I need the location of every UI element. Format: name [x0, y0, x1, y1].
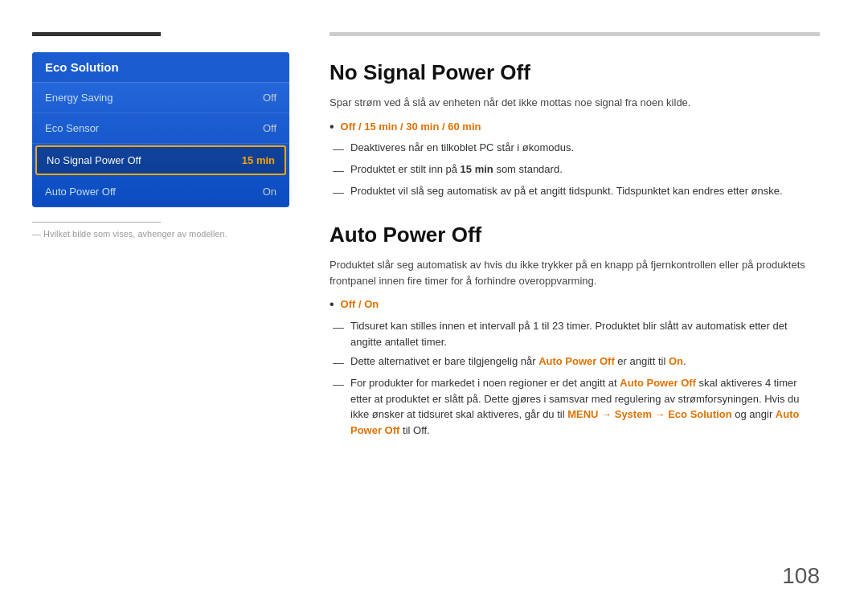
dash-icon: ―: [333, 376, 344, 393]
section1-title: No Signal Power Off: [330, 60, 820, 85]
footnote-text: ― Hvilket bilde som vises, avhenger av m…: [32, 229, 289, 239]
section1-bullet: • Off / 15 min / 30 min / 60 min: [330, 119, 820, 136]
section1-desc: Spar strøm ved å slå av enheten når det …: [330, 95, 820, 111]
menu-item-eco-sensor[interactable]: Eco Sensor Off: [32, 113, 289, 144]
section1-dash1-text: Deaktiveres når en tilkoblet PC står i ø…: [350, 140, 574, 156]
menu-item-value: Off: [263, 122, 276, 134]
dash-icon: ―: [333, 162, 344, 179]
right-panel: No Signal Power Off Spar strøm ved å slå…: [330, 32, 820, 581]
section2-bullet-text: Off / On: [341, 296, 379, 313]
section2: Auto Power Off Produktet slår seg automa…: [330, 223, 820, 442]
top-full-bar-decoration: [330, 32, 820, 36]
section2-dash1: ― Tidsuret kan stilles innen et interval…: [330, 318, 820, 349]
eco-menu-title: Eco Solution: [32, 52, 289, 83]
dash-icon: ―: [333, 184, 344, 201]
section2-dash3-text: For produkter for markedet i noen region…: [350, 375, 820, 438]
menu-item-label: No Signal Power Off: [47, 154, 141, 166]
dash-icon: ―: [333, 141, 344, 157]
dash-icon: ―: [333, 354, 344, 371]
section2-dash1-text: Tidsuret kan stilles innen et intervall …: [350, 318, 820, 349]
page-number: 108: [782, 563, 820, 589]
menu-item-no-signal-power-off[interactable]: No Signal Power Off 15 min: [35, 145, 286, 175]
section2-dash3: ― For produkter for markedet i noen regi…: [330, 375, 820, 438]
menu-item-label: Eco Sensor: [45, 122, 99, 134]
menu-item-value: On: [263, 186, 276, 198]
section1-dash3-text: Produktet vil slå seg automatisk av på e…: [350, 183, 783, 199]
section2-desc: Produktet slår seg automatisk av hvis du…: [330, 257, 820, 288]
section2-dash2-text: Dette alternativet er bare tilgjengelig …: [350, 353, 686, 370]
top-bar-decoration: [32, 32, 161, 36]
section1-dash3: ― Produktet vil slå seg automatisk av på…: [330, 183, 820, 201]
menu-item-energy-saving[interactable]: Energy Saving Off: [32, 83, 289, 113]
menu-item-label: Energy Saving: [45, 92, 113, 104]
bullet-icon: •: [330, 296, 334, 313]
section1: No Signal Power Off Spar strøm ved å slå…: [330, 60, 820, 205]
section1-bullet-text: Off / 15 min / 30 min / 60 min: [341, 119, 481, 135]
menu-item-value: Off: [263, 92, 276, 104]
menu-item-label: Auto Power Off: [45, 186, 116, 198]
section2-dash2: ― Dette alternativet er bare tilgjengeli…: [330, 353, 820, 371]
section1-dash1: ― Deaktiveres når en tilkoblet PC står i…: [330, 140, 820, 157]
section2-title: Auto Power Off: [330, 223, 820, 247]
bullet-icon: •: [330, 119, 334, 136]
left-panel: Eco Solution Energy Saving Off Eco Senso…: [32, 32, 289, 581]
menu-item-auto-power-off[interactable]: Auto Power Off On: [32, 177, 289, 207]
menu-item-value-active: 15 min: [242, 154, 275, 166]
footnote-divider: [32, 222, 161, 223]
eco-menu: Eco Solution Energy Saving Off Eco Senso…: [32, 52, 289, 207]
section1-dash2: ― Produktet er stilt inn på 15 min som s…: [330, 161, 820, 179]
section2-bullet: • Off / On: [330, 296, 820, 313]
dash-icon: ―: [333, 319, 344, 336]
section1-dash2-text: Produktet er stilt inn på 15 min som sta…: [350, 161, 563, 178]
